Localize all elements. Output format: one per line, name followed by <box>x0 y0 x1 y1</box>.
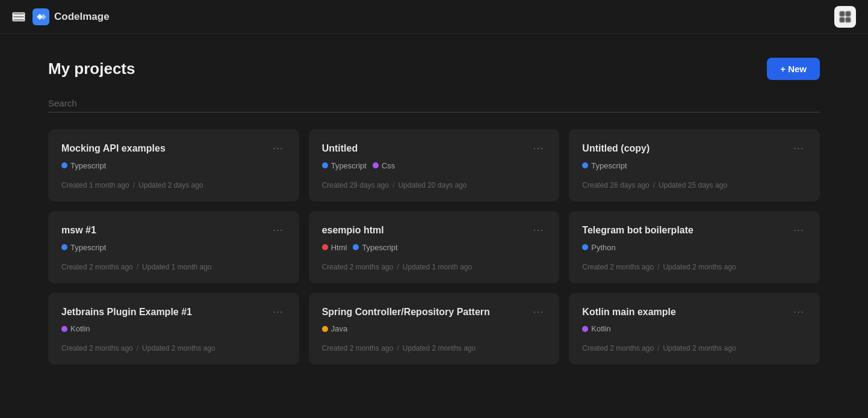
tag-dot <box>322 244 328 250</box>
tag: Python <box>582 243 615 252</box>
tag-name: Python <box>591 243 615 252</box>
card-updated: Updated 2 months ago <box>663 263 736 271</box>
card-created: Created 2 months ago <box>582 263 654 271</box>
card-tags: Kotlin <box>61 324 286 333</box>
project-card[interactable]: Jetbrains Plugin Example #1 ··· Kotlin C… <box>48 293 299 365</box>
tag-dot <box>61 162 67 168</box>
footer-divider: / <box>137 344 138 352</box>
card-menu-button[interactable]: ··· <box>530 224 546 235</box>
page-header: My projects + New <box>48 58 820 80</box>
card-menu-button[interactable]: ··· <box>270 306 286 317</box>
header-right <box>834 6 856 28</box>
card-header: Mocking API examples ··· <box>61 143 286 155</box>
tag-dot <box>582 162 588 168</box>
card-footer: Created 26 days ago / Updated 25 days ag… <box>582 181 807 189</box>
card-header: msw #1 ··· <box>61 224 286 237</box>
card-menu-button[interactable]: ··· <box>791 306 807 317</box>
card-tags: Typescript Css <box>322 161 547 170</box>
tag-name: Typescript <box>362 243 397 252</box>
card-header: Untitled (copy) ··· <box>582 143 807 155</box>
logo-text: CodeImage <box>54 11 110 23</box>
tag-dot <box>582 244 588 250</box>
project-card[interactable]: Untitled ··· Typescript Css Created 29 d… <box>309 129 560 201</box>
footer-divider: / <box>137 263 138 271</box>
card-created: Created 2 months ago <box>582 344 654 352</box>
card-footer: Created 2 months ago / Updated 1 month a… <box>322 263 547 271</box>
card-footer: Created 1 month ago / Updated 2 days ago <box>61 181 286 189</box>
card-created: Created 2 months ago <box>61 263 133 271</box>
card-footer: Created 2 months ago / Updated 2 months … <box>61 344 286 352</box>
logo-area: CodeImage <box>33 8 110 25</box>
svg-rect-3 <box>840 17 845 22</box>
card-footer: Created 2 months ago / Updated 1 month a… <box>61 263 286 271</box>
tag-name: Kotlin <box>591 324 611 333</box>
card-tags: Typescript <box>61 243 286 252</box>
menu-button[interactable] <box>12 12 25 22</box>
svg-rect-2 <box>846 11 851 16</box>
card-footer: Created 2 months ago / Updated 2 months … <box>582 344 807 352</box>
card-footer: Created 2 months ago / Updated 2 months … <box>322 344 547 352</box>
projects-grid: Mocking API examples ··· Typescript Crea… <box>48 129 820 364</box>
tag-dot <box>582 326 588 332</box>
tag: Html <box>322 243 347 252</box>
card-tags: Typescript <box>582 161 807 170</box>
card-menu-button[interactable]: ··· <box>530 306 546 317</box>
card-header: Untitled ··· <box>322 143 547 155</box>
project-card[interactable]: esempio html ··· Html Typescript Created… <box>309 211 560 283</box>
card-updated: Updated 2 days ago <box>138 181 203 189</box>
card-menu-button[interactable]: ··· <box>270 224 286 235</box>
card-header: Jetbrains Plugin Example #1 ··· <box>61 306 286 319</box>
search-input[interactable] <box>48 94 820 112</box>
tag-name: Css <box>382 161 395 170</box>
footer-divider: / <box>392 181 394 189</box>
card-updated: Updated 2 months ago <box>403 344 476 352</box>
card-menu-button[interactable]: ··· <box>530 143 546 153</box>
app-icon-box[interactable] <box>834 6 856 28</box>
card-menu-button[interactable]: ··· <box>791 143 807 153</box>
tag: Typescript <box>582 161 627 170</box>
svg-rect-1 <box>840 11 845 16</box>
card-header: Telegram bot boilerplate ··· <box>582 224 807 237</box>
card-updated: Updated 25 days ago <box>659 181 727 189</box>
card-menu-button[interactable]: ··· <box>791 224 807 235</box>
tag-name: Typescript <box>70 243 106 252</box>
tag-name: Typescript <box>591 161 627 170</box>
tag-dot <box>61 326 67 332</box>
new-project-button[interactable]: + New <box>767 58 820 80</box>
project-card[interactable]: Mocking API examples ··· Typescript Crea… <box>48 129 299 201</box>
tag-dot <box>61 244 67 250</box>
project-card[interactable]: Spring Controller/Repository Pattern ···… <box>309 293 560 365</box>
project-card[interactable]: msw #1 ··· Typescript Created 2 months a… <box>48 211 299 283</box>
card-created: Created 2 months ago <box>322 263 394 271</box>
card-title: Spring Controller/Repository Pattern <box>322 306 490 319</box>
tag-name: Java <box>331 324 347 333</box>
header: CodeImage <box>0 0 868 34</box>
footer-divider: / <box>397 263 398 271</box>
card-updated: Updated 2 months ago <box>663 344 736 352</box>
card-title: Jetbrains Plugin Example #1 <box>61 306 192 319</box>
card-footer: Created 29 days ago / Updated 20 days ag… <box>322 181 547 189</box>
logo-icon <box>33 8 49 25</box>
footer-divider: / <box>657 263 659 271</box>
card-created: Created 2 months ago <box>61 344 133 352</box>
page-title: My projects <box>48 60 135 78</box>
tag: Typescript <box>322 161 367 170</box>
card-footer: Created 2 months ago / Updated 2 months … <box>582 263 807 271</box>
project-card[interactable]: Untitled (copy) ··· Typescript Created 2… <box>569 129 820 201</box>
project-card[interactable]: Telegram bot boilerplate ··· Python Crea… <box>569 211 820 283</box>
tag: Typescript <box>353 243 397 252</box>
card-menu-button[interactable]: ··· <box>270 143 286 153</box>
card-title: Kotlin main example <box>582 306 676 319</box>
card-title: Telegram bot boilerplate <box>582 224 693 237</box>
tag-dot <box>322 162 328 168</box>
card-title: Mocking API examples <box>61 143 166 155</box>
project-card[interactable]: Kotlin main example ··· Kotlin Created 2… <box>569 293 820 365</box>
tag: Typescript <box>61 161 106 170</box>
main-content: My projects + New Mocking API examples ·… <box>0 34 868 389</box>
card-tags: Python <box>582 243 807 252</box>
card-created: Created 29 days ago <box>322 181 389 189</box>
card-title: msw #1 <box>61 224 96 237</box>
tag: Css <box>373 161 395 170</box>
tag-name: Typescript <box>70 161 106 170</box>
card-header: Kotlin main example ··· <box>582 306 807 319</box>
